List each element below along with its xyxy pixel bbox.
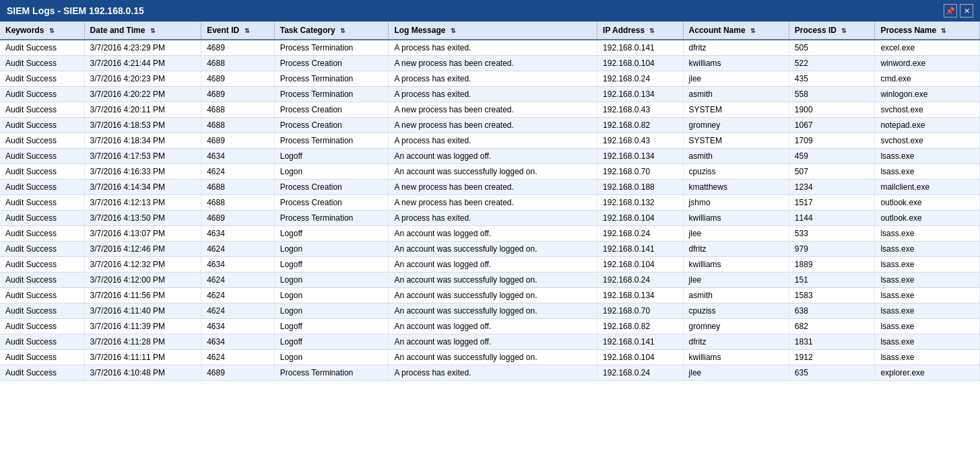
col-keywords[interactable]: Keywords ⇅ — [0, 22, 84, 40]
cell-processid: 1517 — [789, 195, 875, 211]
table-row[interactable]: Audit Success3/7/2016 4:18:34 PM4689Proc… — [0, 133, 980, 149]
table-row[interactable]: Audit Success3/7/2016 4:23:29 PM4689Proc… — [0, 40, 980, 56]
col-ipaddress[interactable]: IP Address ⇅ — [597, 22, 684, 40]
cell-taskcategory: Logoff — [274, 226, 389, 242]
cell-logmessage: An account was successfully logged on. — [389, 242, 597, 257]
col-eventid[interactable]: Event ID ⇅ — [201, 22, 275, 40]
cell-eventid: 4688 — [201, 180, 275, 195]
cell-logmessage: An account was logged off. — [389, 226, 597, 242]
cell-processname: cmd.exe — [875, 71, 980, 87]
cell-accountname: asmith — [683, 87, 789, 102]
table-row[interactable]: Audit Success3/7/2016 4:18:53 PM4688Proc… — [0, 118, 980, 133]
cell-ipaddress: 192.168.0.104 — [597, 257, 684, 273]
cell-taskcategory: Logon — [274, 273, 389, 288]
cell-keywords: Audit Success — [0, 211, 84, 226]
table-row[interactable]: Audit Success3/7/2016 4:21:44 PM4688Proc… — [0, 56, 980, 71]
cell-accountname: kwilliams — [683, 257, 789, 273]
col-accountname[interactable]: Account Name ⇅ — [683, 22, 789, 40]
cell-datetime: 3/7/2016 4:11:28 PM — [84, 334, 201, 350]
table-row[interactable]: Audit Success3/7/2016 4:11:56 PM4624Logo… — [0, 288, 980, 303]
cell-logmessage: A new process has been created. — [389, 118, 597, 133]
cell-processid: 1144 — [789, 211, 875, 226]
cell-logmessage: A new process has been created. — [389, 56, 597, 71]
cell-taskcategory: Process Creation — [274, 102, 389, 118]
cell-logmessage: A new process has been created. — [389, 180, 597, 195]
table-row[interactable]: Audit Success3/7/2016 4:14:34 PM4688Proc… — [0, 180, 980, 195]
cell-eventid: 4688 — [201, 102, 275, 118]
cell-keywords: Audit Success — [0, 226, 84, 242]
cell-processname: lsass.exe — [875, 149, 980, 164]
cell-datetime: 3/7/2016 4:11:56 PM — [84, 288, 201, 303]
cell-logmessage: A process has exited. — [389, 40, 597, 56]
table-row[interactable]: Audit Success3/7/2016 4:10:48 PM4689Proc… — [0, 365, 980, 381]
cell-keywords: Audit Success — [0, 180, 84, 195]
col-processname[interactable]: Process Name ⇅ — [875, 22, 980, 40]
cell-taskcategory: Process Creation — [274, 195, 389, 211]
cell-accountname: dfritz — [683, 40, 789, 56]
cell-logmessage: A process has exited. — [389, 133, 597, 149]
cell-accountname: asmith — [683, 149, 789, 164]
table-row[interactable]: Audit Success3/7/2016 4:12:13 PM4688Proc… — [0, 195, 980, 211]
cell-taskcategory: Process Creation — [274, 118, 389, 133]
cell-datetime: 3/7/2016 4:12:00 PM — [84, 273, 201, 288]
table-row[interactable]: Audit Success3/7/2016 4:20:11 PM4688Proc… — [0, 102, 980, 118]
table-row[interactable]: Audit Success3/7/2016 4:16:33 PM4624Logo… — [0, 164, 980, 180]
cell-processid: 1067 — [789, 118, 875, 133]
cell-ipaddress: 192.168.0.43 — [597, 133, 684, 149]
cell-processname: winlogon.exe — [875, 87, 980, 102]
cell-keywords: Audit Success — [0, 164, 84, 180]
table-row[interactable]: Audit Success3/7/2016 4:12:00 PM4624Logo… — [0, 273, 980, 288]
cell-keywords: Audit Success — [0, 102, 84, 118]
col-taskcategory[interactable]: Task Category ⇅ — [274, 22, 389, 40]
cell-taskcategory: Process Termination — [274, 365, 389, 381]
cell-taskcategory: Process Termination — [274, 87, 389, 102]
cell-accountname: SYSTEM — [683, 102, 789, 118]
col-logmessage[interactable]: Log Message ⇅ — [389, 22, 597, 40]
cell-datetime: 3/7/2016 4:11:39 PM — [84, 319, 201, 334]
cell-datetime: 3/7/2016 4:20:11 PM — [84, 102, 201, 118]
cell-eventid: 4634 — [201, 334, 275, 350]
cell-processname: explorer.exe — [875, 365, 980, 381]
cell-processname: mailclient.exe — [875, 180, 980, 195]
table-row[interactable]: Audit Success3/7/2016 4:17:53 PM4634Logo… — [0, 149, 980, 164]
cell-processid: 979 — [789, 242, 875, 257]
cell-datetime: 3/7/2016 4:11:11 PM — [84, 350, 201, 365]
cell-accountname: kwilliams — [683, 350, 789, 365]
col-processid[interactable]: Process ID ⇅ — [789, 22, 875, 40]
cell-datetime: 3/7/2016 4:12:32 PM — [84, 257, 201, 273]
table-row[interactable]: Audit Success3/7/2016 4:20:23 PM4689Proc… — [0, 71, 980, 87]
table-row[interactable]: Audit Success3/7/2016 4:11:39 PM4634Logo… — [0, 319, 980, 334]
cell-ipaddress: 192.168.0.24 — [597, 226, 684, 242]
table-row[interactable]: Audit Success3/7/2016 4:13:50 PM4689Proc… — [0, 211, 980, 226]
cell-ipaddress: 192.168.0.82 — [597, 319, 684, 334]
table-row[interactable]: Audit Success3/7/2016 4:12:32 PM4634Logo… — [0, 257, 980, 273]
cell-processname: excel.exe — [875, 40, 980, 56]
col-datetime[interactable]: Date and Time ⇅ — [84, 22, 201, 40]
cell-eventid: 4689 — [201, 87, 275, 102]
table-row[interactable]: Audit Success3/7/2016 4:11:28 PM4634Logo… — [0, 334, 980, 350]
cell-datetime: 3/7/2016 4:11:40 PM — [84, 303, 201, 319]
table-row[interactable]: Audit Success3/7/2016 4:11:40 PM4624Logo… — [0, 303, 980, 319]
cell-processid: 1831 — [789, 334, 875, 350]
cell-eventid: 4634 — [201, 149, 275, 164]
cell-datetime: 3/7/2016 4:12:46 PM — [84, 242, 201, 257]
pin-button[interactable]: 📌 — [944, 4, 957, 17]
cell-processname: lsass.exe — [875, 257, 980, 273]
cell-ipaddress: 192.168.0.82 — [597, 118, 684, 133]
cell-processid: 1912 — [789, 350, 875, 365]
cell-taskcategory: Logoff — [274, 257, 389, 273]
cell-taskcategory: Logon — [274, 288, 389, 303]
cell-processid: 522 — [789, 56, 875, 71]
table-row[interactable]: Audit Success3/7/2016 4:20:22 PM4689Proc… — [0, 87, 980, 102]
cell-accountname: SYSTEM — [683, 133, 789, 149]
cell-ipaddress: 192.168.0.24 — [597, 273, 684, 288]
table-row[interactable]: Audit Success3/7/2016 4:11:11 PM4624Logo… — [0, 350, 980, 365]
cell-keywords: Audit Success — [0, 350, 84, 365]
table-row[interactable]: Audit Success3/7/2016 4:13:07 PM4634Logo… — [0, 226, 980, 242]
table-row[interactable]: Audit Success3/7/2016 4:12:46 PM4624Logo… — [0, 242, 980, 257]
cell-processid: 682 — [789, 319, 875, 334]
cell-eventid: 4689 — [201, 40, 275, 56]
close-button[interactable]: ✕ — [960, 4, 973, 17]
cell-keywords: Audit Success — [0, 334, 84, 350]
cell-eventid: 4634 — [201, 226, 275, 242]
